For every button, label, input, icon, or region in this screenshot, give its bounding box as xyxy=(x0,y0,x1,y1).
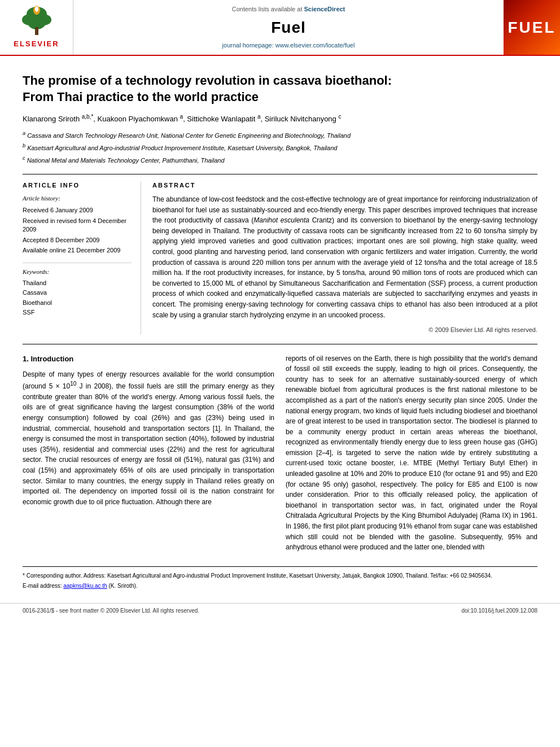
article-title: The promise of a technology revolution i… xyxy=(23,73,537,105)
history-item-1: Received in revised form 4 December 2009 xyxy=(23,217,132,234)
doi-text: doi:10.1016/j.fuel.2009.12.008 xyxy=(461,607,537,615)
intro-col-right: reports of oil reserves on the Earth, th… xyxy=(286,353,537,557)
copyright-line: © 2009 Elsevier Ltd. All rights reserved… xyxy=(152,326,537,334)
journal-center: Contents lists available at ScienceDirec… xyxy=(73,0,504,55)
elsevier-tree-icon xyxy=(17,6,56,37)
history-label: Article history: xyxy=(23,194,132,203)
abstract-col: ABSTRACT The abundance of low-cost feeds… xyxy=(152,181,537,335)
sciencedirect-link[interactable]: ScienceDirect xyxy=(304,6,345,12)
main-content: The promise of a technology revolution i… xyxy=(0,56,560,603)
email-note: E-mail address: aapkns@ku.ac.th (K. Srir… xyxy=(23,582,537,590)
issn-text: 0016-2361/$ - see front matter © 2009 El… xyxy=(23,607,199,615)
email-label: E-mail address: xyxy=(23,583,62,589)
introduction-section: 1. Introduction Despite of many types of… xyxy=(23,353,537,557)
abstract-label: ABSTRACT xyxy=(152,181,537,190)
journal-header: ELSEVIER Contents lists available at Sci… xyxy=(0,0,560,56)
article-info-abstract: ARTICLE INFO Article history: Received 6… xyxy=(23,174,537,335)
authors-line: Klanarong Sriroth a,b,*, Kuakoon Piyacho… xyxy=(23,113,537,125)
history-item-3: Available online 21 December 2009 xyxy=(23,246,132,255)
abstract-text: The abundance of low-cost feedstock and … xyxy=(152,194,537,320)
fuel-logo-box: FUEL xyxy=(504,0,560,55)
elsevier-text: ELSEVIER xyxy=(14,39,59,49)
keyword-3: SSF xyxy=(23,308,132,317)
journal-title-big: Fuel xyxy=(271,16,306,38)
intro-heading: 1. Introduction xyxy=(23,353,274,365)
article-info-label: ARTICLE INFO xyxy=(23,181,132,190)
email-link[interactable]: aapkns@ku.ac.th xyxy=(63,583,107,589)
keyword-2: Bioethanol xyxy=(23,299,132,307)
keyword-0: Thailand xyxy=(23,279,132,287)
keywords-label: Keywords: xyxy=(23,268,132,276)
keyword-1: Cassava xyxy=(23,289,132,297)
email-suffix: (K. Sriroth). xyxy=(108,583,137,589)
history-item-0: Received 6 January 2009 xyxy=(23,206,132,215)
fuel-logo-text: FUEL xyxy=(508,20,555,36)
corresponding-author-note: * Corresponding author. Address: Kasetsa… xyxy=(23,571,537,580)
article-info-col: ARTICLE INFO Article history: Received 6… xyxy=(23,181,141,335)
footnotes: * Corresponding author. Address: Kasetsa… xyxy=(23,566,537,590)
journal-homepage: journal homepage: www.elsevier.com/locat… xyxy=(222,41,355,50)
svg-rect-4 xyxy=(35,27,38,35)
keywords-section: Keywords: Thailand Cassava Bioethanol SS… xyxy=(23,263,132,317)
sciencedirect-line: Contents lists available at ScienceDirec… xyxy=(232,5,345,14)
intro-para-2: reports of oil reserves on the Earth, th… xyxy=(286,353,537,553)
bottom-bar: 0016-2361/$ - see front matter © 2009 El… xyxy=(0,603,560,618)
history-item-2: Accepted 8 December 2009 xyxy=(23,236,132,244)
affiliations: a Cassava and Starch Technology Research… xyxy=(23,129,537,166)
section-divider xyxy=(23,344,537,344)
intro-para-1: Despite of many types of energy resource… xyxy=(23,369,274,508)
intro-col-left: 1. Introduction Despite of many types of… xyxy=(23,353,274,557)
svg-point-6 xyxy=(35,6,38,12)
elsevier-logo: ELSEVIER xyxy=(0,0,73,55)
